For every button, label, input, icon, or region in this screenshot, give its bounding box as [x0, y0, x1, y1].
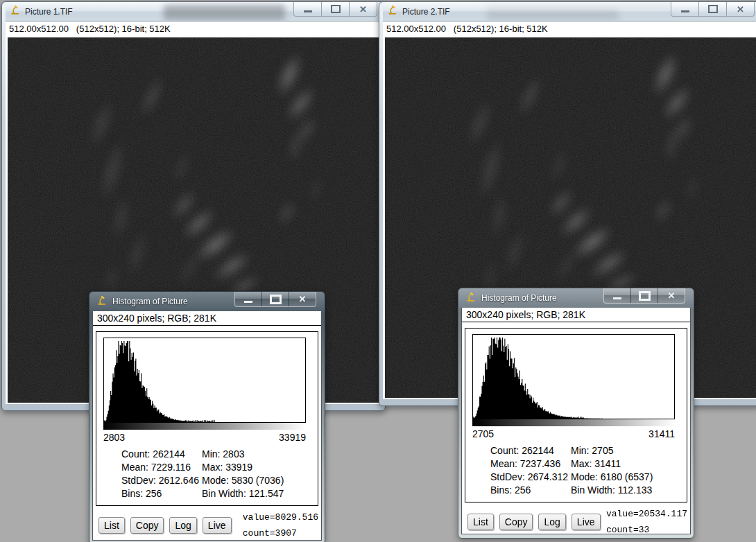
- histogram2-panel: 2705 31411 Count: 262144 Mean: 7237.436 …: [465, 328, 687, 502]
- stat-bins: Bins: 256: [490, 484, 568, 497]
- picture2-titlebar[interactable]: Picture 2.TIF ✕: [383, 2, 756, 21]
- window-histogram1: Histogram of Picture ✕ 300x240 pixels; R…: [89, 291, 325, 542]
- microscope-icon: [10, 5, 20, 18]
- log-button[interactable]: Log: [538, 514, 565, 530]
- histogram1-panel: 2803 33919 Count: 262144 Mean: 7229.116 …: [96, 331, 318, 506]
- maximize-button[interactable]: [261, 292, 289, 306]
- stat-count: Count: 262144: [121, 448, 199, 461]
- picture1-window-controls: ✕: [293, 2, 377, 17]
- close-button[interactable]: ✕: [289, 292, 316, 306]
- histogram2-content: 300x240 pixels; RGB; 281K 2705 31411 Cou…: [461, 308, 691, 534]
- microscope-icon: [465, 292, 476, 305]
- lut-gradient-bar: [472, 419, 675, 426]
- copy-button[interactable]: Copy: [130, 517, 164, 534]
- close-icon: ✕: [668, 291, 676, 300]
- close-icon: ✕: [299, 295, 307, 304]
- minimize-button[interactable]: [671, 2, 698, 16]
- histogram2-plot[interactable]: [472, 334, 675, 419]
- count-readout: count=3907: [243, 528, 318, 539]
- minimize-icon: [681, 10, 689, 12]
- microscope-icon: [96, 295, 107, 308]
- stats-right-column: Min: 2705 Max: 31411 Mode: 6180 (6537) B…: [571, 444, 653, 497]
- stat-min: Min: 2705: [571, 444, 653, 457]
- picture2-info-bar: 512.00x512.00 (512x512); 16-bit; 512K: [383, 21, 756, 36]
- histogram1-plot[interactable]: [103, 338, 306, 423]
- log-button[interactable]: Log: [169, 517, 196, 534]
- histogram2-plot-svg: [473, 335, 674, 419]
- minimize-icon: [613, 297, 621, 299]
- histogram2-button-row: List Copy Log Live value=20534.117 count…: [462, 509, 690, 535]
- histogram1-plot-svg: [104, 338, 305, 422]
- lut-gradient-bar: [103, 423, 306, 430]
- close-button[interactable]: ✕: [349, 2, 377, 16]
- picture2-window-controls: ✕: [671, 2, 755, 17]
- stat-bins: Bins: 256: [121, 487, 199, 500]
- live-button[interactable]: Live: [572, 514, 601, 530]
- stat-stddev: StdDev: 2674.312: [490, 471, 568, 484]
- copy-button[interactable]: Copy: [499, 514, 533, 530]
- aero-glass-reflection: [164, 5, 285, 20]
- histogram1-window-controls: ✕: [234, 292, 316, 307]
- close-icon: ✕: [359, 5, 367, 14]
- stat-count: Count: 262144: [490, 444, 568, 457]
- stat-mean: Mean: 7237.436: [490, 457, 568, 471]
- value-readout: value=20534.117: [606, 509, 687, 519]
- stat-binwidth: Bin Width: 112.133: [571, 484, 653, 497]
- axis-labels: 2803 33919: [103, 432, 306, 443]
- maximize-button[interactable]: [321, 2, 349, 16]
- close-button[interactable]: ✕: [658, 288, 685, 303]
- close-icon: ✕: [737, 5, 744, 14]
- stat-stddev: StdDev: 2612.646: [121, 474, 199, 487]
- window-histogram2: Histogram of Picture ✕ 300x240 pixels; R…: [458, 288, 694, 539]
- stat-mode: Mode: 6180 (6537): [571, 471, 653, 484]
- stat-mode: Mode: 5830 (7036): [202, 474, 284, 487]
- stat-mean: Mean: 7229.116: [121, 461, 199, 474]
- stats-left-column: Count: 262144 Mean: 7229.116 StdDev: 261…: [121, 448, 199, 500]
- window-title: Picture 2.TIF: [402, 7, 450, 17]
- axis-max-label: 33919: [279, 432, 306, 443]
- histogram2-subtitle: 300x240 pixels; RGB; 281K: [462, 308, 690, 322]
- minimize-icon: [244, 301, 252, 303]
- axis-labels: 2705 31411: [472, 428, 675, 439]
- minimize-button[interactable]: [294, 2, 321, 16]
- maximize-button[interactable]: [698, 2, 726, 16]
- maximize-icon: [270, 295, 282, 304]
- stat-max: Max: 33919: [202, 461, 284, 474]
- cursor-readout: value=8029.516 count=3907: [243, 512, 321, 539]
- count-readout: count=33: [606, 525, 687, 535]
- histogram1-titlebar[interactable]: Histogram of Picture ✕: [92, 292, 322, 311]
- minimize-icon: [304, 10, 312, 12]
- list-button[interactable]: List: [467, 514, 494, 530]
- picture1-titlebar[interactable]: Picture 1.TIF ✕: [6, 2, 381, 21]
- maximize-icon: [331, 5, 341, 13]
- window-title: Histogram of Picture: [112, 297, 188, 306]
- value-readout: value=8029.516: [243, 512, 318, 523]
- axis-min-label: 2705: [472, 428, 494, 439]
- live-button[interactable]: Live: [203, 517, 232, 534]
- histogram1-button-row: List Copy Log Live value=8029.516 count=…: [93, 512, 321, 539]
- stat-binwidth: Bin Width: 121.547: [202, 487, 284, 500]
- microscope-icon: [387, 5, 397, 18]
- minimize-button[interactable]: [604, 288, 630, 303]
- window-title: Histogram of Picture: [481, 293, 557, 303]
- maximize-icon: [708, 5, 718, 13]
- histogram1-content: 300x240 pixels; RGB; 281K 2803 33919 Cou…: [92, 311, 322, 541]
- picture1-info-bar: 512.00x512.00 (512x512); 16-bit; 512K: [6, 21, 381, 36]
- minimize-button[interactable]: [235, 292, 261, 306]
- histogram2-window-controls: ✕: [603, 288, 685, 304]
- histogram1-subtitle: 300x240 pixels; RGB; 281K: [93, 311, 321, 326]
- aero-glass-reflection: [487, 10, 619, 20]
- list-button[interactable]: List: [98, 517, 125, 534]
- maximize-icon: [639, 291, 651, 301]
- axis-min-label: 2803: [103, 432, 125, 443]
- histogram2-titlebar[interactable]: Histogram of Picture ✕: [461, 288, 691, 308]
- close-button[interactable]: ✕: [726, 2, 754, 16]
- stats-right-column: Min: 2803 Max: 33919 Mode: 5830 (7036) B…: [202, 448, 284, 500]
- window-title: Picture 1.TIF: [25, 7, 73, 17]
- cursor-readout: value=20534.117 count=33: [606, 509, 690, 535]
- desktop: Picture 1.TIF ✕ 512.00x512.00 (512x512);…: [0, 0, 756, 542]
- axis-max-label: 31411: [648, 428, 675, 439]
- stat-min: Min: 2803: [202, 448, 284, 461]
- maximize-button[interactable]: [630, 288, 658, 303]
- stats-left-column: Count: 262144 Mean: 7237.436 StdDev: 267…: [490, 444, 568, 497]
